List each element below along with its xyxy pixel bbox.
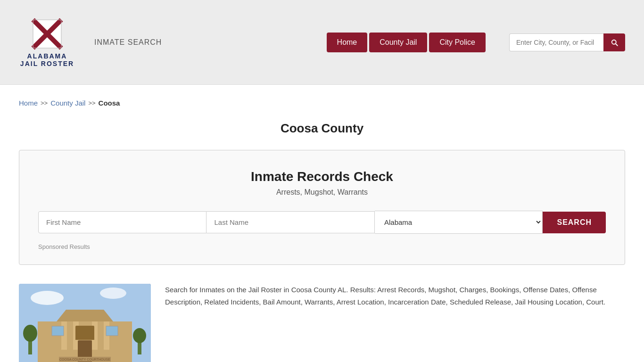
svg-rect-15 [106,326,118,336]
state-select[interactable]: AlabamaAlaskaArizonaArkansasCaliforniaCo… [375,211,543,234]
breadcrumb-county-jail-link[interactable]: County Jail [50,99,85,107]
first-name-input[interactable] [38,211,206,233]
svg-rect-11 [92,321,98,350]
logo-text-line1: ALABAMA [27,52,67,60]
header-search-button[interactable] [603,33,625,51]
svg-point-6 [100,288,126,299]
svg-text:COOSA COUNTY COURTHOUSE: COOSA COUNTY COURTHOUSE [59,358,110,361]
nav-city-police-button[interactable]: City Police [429,33,486,52]
breadcrumb: Home >> County Jail >> Coosa [19,94,625,107]
svg-point-20 [23,325,37,342]
nav-county-jail-button[interactable]: County Jail [369,33,427,52]
header-search-bar [509,33,625,51]
logo-icon [31,17,64,50]
inmate-search-form: AlabamaAlaskaArizonaArkansasCaliforniaCo… [38,211,606,234]
svg-point-22 [133,328,146,343]
sponsored-label: Sponsored Results [38,243,606,250]
logo-area: ALABAMA JAIL ROSTER [19,17,75,67]
main-content: Home >> County Jail >> Coosa Coosa Count… [0,85,644,362]
inmate-search-label: INMATE SEARCH [94,38,162,47]
svg-rect-14 [52,326,64,336]
inmate-search-button[interactable]: SEARCH [543,212,606,233]
search-icon [610,38,619,47]
records-title: Inmate Records Check [38,169,606,184]
nav-home-button[interactable]: Home [327,33,368,52]
bottom-section: COOSA COUNTY COURTHOUSE Search for Inmat… [19,284,625,362]
svg-marker-8 [57,310,113,321]
header-search-input[interactable] [509,33,603,51]
breadcrumb-home-link[interactable]: Home [19,99,38,107]
main-nav: Home County Jail City Police [327,33,486,52]
breadcrumb-sep-2: >> [88,99,95,107]
records-check-box: Inmate Records Check Arrests, Mugshot, W… [19,150,625,265]
header: ALABAMA JAIL ROSTER INMATE SEARCH Home C… [0,0,644,85]
logo-text-line2: JAIL ROSTER [20,60,74,67]
description-text: Search for Inmates on the Jail Roster in… [165,284,625,308]
breadcrumb-current: Coosa [99,99,120,107]
page-title: Coosa County [19,121,625,136]
svg-point-5 [31,291,64,305]
breadcrumb-sep-1: >> [41,99,48,107]
courthouse-image: COOSA COUNTY COURTHOUSE [19,284,151,362]
last-name-input[interactable] [206,211,374,233]
records-subtitle: Arrests, Mugshot, Warrants [38,188,606,197]
